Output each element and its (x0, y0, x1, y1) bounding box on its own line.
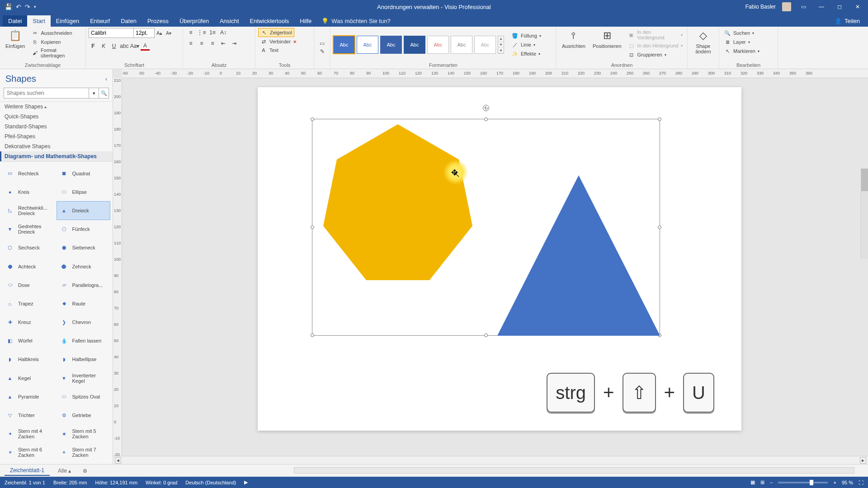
shape-item[interactable]: ⬠Fünfeck (57, 221, 110, 238)
text-tool-button[interactable]: AText (258, 46, 280, 54)
italic-button[interactable]: K (99, 42, 108, 51)
tab-start[interactable]: Start (27, 15, 50, 27)
add-page-button[interactable]: ⊕ (79, 466, 91, 475)
fit-window-icon[interactable]: ⛶ (859, 480, 863, 485)
effects-button[interactable]: ✨Effekte▾ (509, 50, 543, 58)
shapes-search-input[interactable] (4, 88, 89, 99)
zoom-in-icon[interactable]: + (833, 480, 836, 485)
triangle-shape[interactable] (497, 175, 660, 336)
shape-item[interactable]: ✚Kreuz (3, 314, 56, 331)
tab-file[interactable]: Datei (3, 15, 27, 27)
shape-item[interactable]: ⬭Ellipse (57, 183, 110, 201)
shape-item[interactable]: ●Kreis (3, 183, 56, 201)
maximize-icon[interactable]: ◻ (834, 4, 845, 10)
shape-item[interactable]: ◗Halbkreis (3, 351, 56, 368)
heptagon-shape[interactable] (319, 124, 477, 282)
macro-record-icon[interactable]: ▶ (244, 479, 248, 485)
shape-item[interactable]: ◆Raute (57, 295, 110, 312)
shape-item[interactable]: ❯Chevron (57, 314, 110, 331)
find-button[interactable]: 🔍Suchen▾ (722, 29, 761, 37)
shape-item[interactable]: ★Stern mit 5 Zacken (57, 425, 110, 443)
save-icon[interactable]: 💾 (5, 3, 12, 10)
change-shape-button[interactable]: ◇Shape ändern (690, 28, 716, 56)
stencil-standard[interactable]: Standard-Shapes (0, 122, 113, 131)
tab-help[interactable]: Hilfe (294, 15, 317, 27)
layer-button[interactable]: ≣Layer▾ (722, 38, 761, 46)
position-button[interactable]: ⊞Positionieren (590, 28, 624, 50)
handle-ne[interactable] (658, 117, 661, 121)
share-button[interactable]: 👤 Teilen (829, 15, 865, 27)
line-button[interactable]: ／Linie▾ (509, 41, 543, 49)
grow-font-icon[interactable]: A▴ (155, 28, 164, 38)
shape-style-1[interactable]: Abc (333, 36, 355, 54)
undo-icon[interactable]: ↶ (16, 3, 21, 10)
close-icon[interactable]: ✕ (852, 4, 863, 10)
vertical-scrollbar[interactable] (861, 169, 868, 259)
connector-tool-button[interactable]: ⇄Verbinder✕ (258, 38, 298, 46)
align-left-icon[interactable]: ≡ (186, 39, 196, 48)
text-direction-icon[interactable]: A↕ (218, 28, 228, 37)
shape-style-2[interactable]: Abc (357, 36, 378, 54)
shape-item[interactable]: ✶Stern mit 6 Zacken (3, 444, 56, 461)
all-pages-button[interactable]: Alle ▴ (54, 466, 75, 475)
shape-item[interactable]: ▲Pyramide (3, 388, 56, 405)
shape-item[interactable]: 💧Fallen lassen (57, 332, 110, 350)
minimize-icon[interactable]: ― (816, 4, 827, 10)
format-painter-button[interactable]: 🖌Format übertragen (29, 47, 83, 59)
user-avatar[interactable] (782, 2, 791, 11)
stencil-arrow[interactable]: Pfeil-Shapes (0, 131, 113, 141)
tell-me-search[interactable]: 💡 Was möchten Sie tun? (317, 15, 395, 27)
shape-item[interactable]: ▲Dreieck (57, 202, 110, 219)
handle-nw[interactable] (311, 117, 314, 121)
tab-process[interactable]: Prozess (142, 15, 174, 27)
copy-button[interactable]: ⎘Kopieren (29, 38, 83, 46)
zoom-out-icon[interactable]: − (770, 480, 773, 485)
shape-style-7[interactable]: Abc (474, 36, 496, 54)
shrink-font-icon[interactable]: A▾ (164, 28, 173, 38)
handle-n[interactable] (484, 117, 488, 121)
pointer-tool-button[interactable]: ↖Zeigertool (258, 28, 294, 37)
drawing-page[interactable]: ↻ (258, 87, 741, 431)
shape-item[interactable]: ◧Würfel (3, 332, 56, 350)
font-name-input[interactable] (89, 28, 134, 38)
shape-item[interactable]: ⬡Sechseck (3, 239, 56, 257)
shape-item[interactable]: ▲Kegel (3, 369, 56, 387)
stencil-more[interactable]: Weitere Shapes ▸ (0, 102, 113, 112)
rectangle-tool-icon[interactable]: ▭ (320, 40, 325, 47)
handle-w[interactable] (311, 225, 314, 229)
paste-button[interactable]: 📋 Einfügen (3, 28, 28, 50)
underline-button[interactable]: U (109, 42, 118, 51)
stencil-decorative[interactable]: Dekorative Shapes (0, 141, 113, 151)
shape-item[interactable]: ⚙Getriebe (57, 406, 110, 424)
decrease-indent-icon[interactable]: ⇤ (218, 39, 228, 48)
shape-style-3[interactable]: Abc (380, 36, 402, 54)
horizontal-scrollbar[interactable] (294, 467, 854, 474)
tab-view[interactable]: Ansicht (214, 15, 245, 27)
connector-close-icon[interactable]: ✕ (293, 39, 297, 44)
tab-review[interactable]: Überprüfen (174, 15, 214, 27)
shape-item[interactable]: ⬭Spitzes Oval (57, 388, 110, 405)
select-button[interactable]: ↖Markieren▾ (722, 47, 761, 55)
tab-design[interactable]: Entwurf (85, 15, 115, 27)
shape-item[interactable]: ▼Gedrehtes Dreieck (3, 221, 56, 238)
shape-item[interactable]: ▱Parallelogra... (57, 276, 110, 294)
font-color-button[interactable]: A (141, 42, 150, 51)
canvas-viewport[interactable]: ↻ (122, 78, 868, 456)
numbering-icon[interactable]: 1≡ (208, 28, 217, 37)
bring-front-button[interactable]: ▣In den Vordergrund▾ (626, 29, 684, 41)
tab-data[interactable]: Daten (115, 15, 142, 27)
shape-style-4[interactable]: Abc (404, 36, 425, 54)
shape-item[interactable]: ⬭Dose (3, 276, 56, 294)
shape-style-6[interactable]: Abc (451, 36, 472, 54)
shape-item[interactable]: ▼Invertierter Kegel (57, 369, 110, 387)
stencil-quick[interactable]: Quick-Shapes (0, 112, 113, 122)
zoom-slider[interactable] (778, 482, 828, 483)
shape-item[interactable]: ✦Stern mit 4 Zacken (3, 425, 56, 443)
strike-button[interactable]: abc (120, 42, 129, 51)
tab-insert[interactable]: Einfügen (51, 15, 85, 27)
group-button[interactable]: ⊡Gruppieren▾ (626, 51, 684, 59)
shape-item[interactable]: ⯃Achteck (3, 258, 56, 275)
qat-dropdown-icon[interactable]: ▾ (34, 5, 36, 9)
cut-button[interactable]: ✂Ausschneiden (29, 29, 83, 37)
shape-style-5[interactable]: Abc (427, 36, 449, 54)
